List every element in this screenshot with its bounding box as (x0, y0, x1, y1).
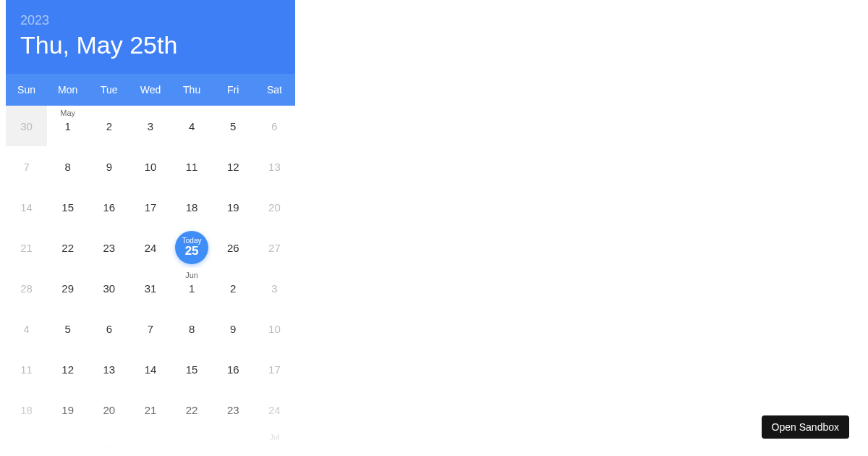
day-cell[interactable]: 20 (254, 187, 295, 227)
day-cell[interactable]: 29 (171, 430, 213, 455)
day-cell[interactable]: 17 (129, 187, 171, 227)
day-cell[interactable]: 26 (213, 227, 254, 268)
day-cell[interactable]: 6 (88, 308, 129, 349)
day-cell[interactable]: 30 (88, 268, 129, 308)
day-cell[interactable]: Jun1 (171, 268, 213, 308)
day-cell[interactable]: 16 (88, 187, 129, 227)
day-cell[interactable]: Jul1 (254, 430, 295, 455)
day-number: 14 (145, 363, 157, 376)
day-number: 21 (145, 404, 157, 416)
day-cell[interactable]: 19 (47, 389, 88, 430)
day-cell[interactable]: 22 (171, 389, 213, 430)
day-number: 4 (189, 120, 195, 132)
day-cell[interactable]: 5 (213, 106, 254, 146)
day-number: 12 (61, 363, 74, 376)
day-cell[interactable]: 23 (88, 227, 129, 268)
day-cell[interactable]: 6 (254, 106, 295, 146)
day-cell[interactable]: 9 (88, 146, 129, 187)
day-cell[interactable]: 8 (47, 146, 88, 187)
day-cell[interactable]: 30 (213, 430, 254, 455)
day-number: 26 (227, 242, 239, 254)
day-cell[interactable]: 15 (47, 187, 88, 227)
day-number: 4 (23, 323, 29, 335)
day-cell[interactable]: 13 (88, 349, 129, 389)
header-selected-date[interactable]: Thu, May 25th (20, 31, 281, 59)
day-number: 2 (230, 282, 236, 295)
day-number: 18 (20, 404, 33, 416)
day-cell[interactable]: 14 (6, 187, 47, 227)
day-number: 3 (271, 282, 277, 295)
weekday-thu: Thu (171, 84, 213, 96)
day-cell[interactable]: 21 (129, 389, 171, 430)
day-cell[interactable]: 18 (6, 389, 47, 430)
day-number: 21 (20, 242, 33, 254)
day-number: 1 (271, 444, 277, 455)
day-cell[interactable]: 29 (47, 268, 88, 308)
day-number: 23 (227, 404, 239, 416)
day-cell[interactable]: 3 (129, 106, 171, 146)
day-cell[interactable]: 22 (47, 227, 88, 268)
day-cell[interactable]: 9 (213, 308, 254, 349)
day-cell[interactable]: 20 (88, 389, 129, 430)
day-cell[interactable]: Today25 (171, 227, 213, 268)
weekday-mon: Mon (47, 84, 88, 96)
day-cell[interactable]: 11 (171, 146, 213, 187)
day-number: 24 (145, 242, 157, 254)
day-cell[interactable]: 23 (213, 389, 254, 430)
header-year[interactable]: 2023 (20, 13, 281, 28)
day-cell[interactable]: 21 (6, 227, 47, 268)
day-number: 19 (227, 201, 239, 214)
day-cell[interactable]: 5 (47, 308, 88, 349)
weekday-wed: Wed (129, 84, 171, 96)
day-number: 8 (189, 323, 195, 335)
day-number: 15 (186, 363, 198, 376)
day-cell[interactable]: 24 (254, 389, 295, 430)
day-cell[interactable]: 2 (213, 268, 254, 308)
day-cell[interactable]: 28 (129, 430, 171, 455)
day-cell[interactable]: May1 (47, 106, 88, 146)
day-number: 31 (145, 282, 157, 295)
day-cell[interactable]: 8 (171, 308, 213, 349)
day-cell[interactable]: 10 (129, 146, 171, 187)
day-number: 30 (20, 120, 33, 132)
day-number: 26 (61, 444, 74, 455)
day-number: 20 (268, 201, 281, 214)
day-cell[interactable]: 19 (213, 187, 254, 227)
day-number: 17 (145, 201, 157, 214)
days-scroll-container[interactable]: 30May12345678910111213141516171819202122… (6, 106, 295, 455)
day-cell[interactable]: 4 (171, 106, 213, 146)
day-cell[interactable]: 17 (254, 349, 295, 389)
day-cell[interactable]: 26 (47, 430, 88, 455)
day-number: 18 (186, 201, 198, 214)
day-number: 1 (189, 282, 195, 295)
day-cell[interactable]: 13 (254, 146, 295, 187)
today-marker[interactable]: Today25 (175, 231, 208, 264)
day-number: 5 (230, 120, 236, 132)
day-cell[interactable]: 15 (171, 349, 213, 389)
day-number: 7 (148, 323, 153, 335)
day-number: 6 (106, 323, 112, 335)
day-cell[interactable]: 7 (6, 146, 47, 187)
day-cell[interactable]: 30 (6, 106, 47, 146)
day-cell[interactable]: 18 (171, 187, 213, 227)
month-label: Jul (269, 433, 279, 442)
month-label: May (60, 109, 75, 117)
day-cell[interactable]: 4 (6, 308, 47, 349)
day-cell[interactable]: 24 (129, 227, 171, 268)
day-cell[interactable]: 12 (213, 146, 254, 187)
open-sandbox-button[interactable]: Open Sandbox (762, 415, 849, 439)
day-cell[interactable]: 7 (129, 308, 171, 349)
day-cell[interactable]: 11 (6, 349, 47, 389)
day-cell[interactable]: 3 (254, 268, 295, 308)
day-cell[interactable]: 14 (129, 349, 171, 389)
day-cell[interactable]: 27 (254, 227, 295, 268)
day-cell[interactable]: 27 (88, 430, 129, 455)
day-cell[interactable]: 28 (6, 268, 47, 308)
day-cell[interactable]: 16 (213, 349, 254, 389)
day-cell[interactable]: 12 (47, 349, 88, 389)
day-number: 19 (61, 404, 74, 416)
day-cell[interactable]: 2 (88, 106, 129, 146)
day-cell[interactable]: 31 (129, 268, 171, 308)
day-cell[interactable]: 10 (254, 308, 295, 349)
day-cell[interactable]: 25 (6, 430, 47, 455)
